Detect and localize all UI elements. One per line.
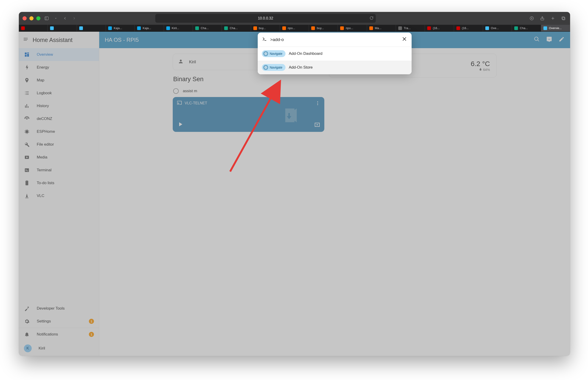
sidebar-item-esphome[interactable]: ESPHome <box>19 125 99 138</box>
sidebar-item-to-do-lists[interactable]: To-do lists <box>19 177 99 190</box>
browser-tab[interactable] <box>48 25 77 31</box>
sidebar-item-label: To-do lists <box>37 181 54 185</box>
sidebar-item-developer-tools[interactable]: Developer Tools <box>19 302 99 315</box>
sidebar-item-user[interactable]: K Kiril <box>19 341 99 356</box>
app-title: Home Assistant <box>33 37 73 43</box>
sidebar-item-energy[interactable]: Energy <box>19 61 99 74</box>
svg-point-12 <box>317 104 318 105</box>
media-player-card[interactable]: VLC-TELNET <box>173 97 324 132</box>
browser-tab[interactable]: Ma... <box>367 25 396 31</box>
browser-tab[interactable]: Tra... <box>396 25 425 31</box>
svg-rect-5 <box>562 17 564 19</box>
person-icon <box>178 59 184 65</box>
humidity-icon <box>479 68 482 72</box>
sidebar-item-logbook[interactable]: Logbook <box>19 87 99 99</box>
globe-icon <box>263 51 268 56</box>
browser-tab[interactable]: про... <box>280 25 309 31</box>
tabs-overview-icon[interactable] <box>560 15 567 21</box>
address-bar[interactable]: 10.0.0.32 <box>155 14 376 23</box>
browser-tab[interactable] <box>77 25 106 31</box>
tab-label: Overvie... <box>549 26 562 30</box>
sidebar-item-media[interactable]: Media <box>19 151 99 164</box>
cone-icon <box>24 193 30 199</box>
map-icon <box>24 77 30 83</box>
sidebar-item-file-editor[interactable]: File editor <box>19 138 99 151</box>
minimize-window-icon[interactable] <box>29 16 34 20</box>
browser-tab[interactable]: Overvie... <box>541 25 570 31</box>
browser-tab[interactable]: buy... <box>251 25 280 31</box>
svg-rect-7 <box>25 130 28 133</box>
sidebar-item-label: Overview <box>37 52 53 57</box>
media-browse-icon[interactable] <box>314 122 320 129</box>
sidebar-item-vlc[interactable]: VLC <box>19 190 99 202</box>
sidebar-item-label: Terminal <box>37 168 51 172</box>
sidebar-item-history[interactable]: History <box>19 99 99 112</box>
window-controls[interactable] <box>22 16 41 20</box>
favicon-icon <box>137 26 141 30</box>
sidebar-header: Home Assistant <box>19 32 99 48</box>
terminal-icon <box>24 167 30 173</box>
navigate-chip: Navigate <box>262 50 286 57</box>
browser-tab[interactable]: (16... <box>454 25 483 31</box>
browser-tab[interactable] <box>19 25 48 31</box>
browser-tab[interactable]: Cha... <box>512 25 541 31</box>
palette-item[interactable]: NavigateAdd-On Store <box>258 60 412 74</box>
download-icon[interactable] <box>529 15 535 21</box>
browser-tab[interactable]: Kiril... <box>164 25 193 31</box>
share-icon[interactable] <box>539 15 545 21</box>
list-icon <box>24 90 30 96</box>
close-window-icon[interactable] <box>22 16 27 20</box>
sidebar-item-overview[interactable]: Overview <box>19 48 99 61</box>
sidebar-toggle-icon[interactable] <box>44 15 50 21</box>
chevron-down-icon[interactable] <box>53 15 59 21</box>
browser-tab[interactable]: про... <box>338 25 367 31</box>
notification-badge: 1 <box>89 332 94 337</box>
play-icon[interactable] <box>177 121 184 129</box>
clipboard-icon <box>24 180 30 186</box>
palette-item[interactable]: NavigateAdd-On Dashboard <box>258 47 412 60</box>
sidebar-item-notifications[interactable]: Notifications 1 <box>19 328 99 341</box>
favicon-icon <box>427 26 431 30</box>
favicon-icon <box>224 26 228 30</box>
sidebar-item-settings[interactable]: Settings1 <box>19 315 99 328</box>
new-tab-icon[interactable] <box>550 15 556 21</box>
browser-tab[interactable]: (16... <box>425 25 454 31</box>
tab-label: Cha... <box>201 26 209 30</box>
close-icon[interactable] <box>402 36 407 43</box>
search-icon[interactable] <box>534 36 540 44</box>
assist-icon[interactable] <box>546 36 552 44</box>
chart-icon <box>24 103 30 109</box>
gear-icon <box>24 319 30 324</box>
sidebar-item-terminal[interactable]: Terminal <box>19 164 99 177</box>
menu-icon[interactable] <box>23 37 28 43</box>
reload-icon[interactable] <box>370 16 374 21</box>
sidebar-item-label: Media <box>37 155 47 160</box>
binary-sensor-row[interactable]: assist m <box>173 85 324 97</box>
favicon-icon <box>195 26 199 30</box>
edit-icon[interactable] <box>559 36 565 44</box>
media-player-name: VLC-TELNET <box>185 101 207 105</box>
browser-tab[interactable]: buy... <box>309 25 338 31</box>
browser-tab[interactable]: Kaja... <box>106 25 135 31</box>
maximize-window-icon[interactable] <box>36 16 41 20</box>
sidebar-item-deconz[interactable]: deCONZ <box>19 112 99 125</box>
browser-tab[interactable]: Cha... <box>222 25 251 31</box>
browser-tab[interactable]: Ove... <box>483 25 512 31</box>
hammer-icon <box>24 306 30 311</box>
bell-icon <box>24 332 30 337</box>
sidebar-item-label: History <box>37 104 49 108</box>
favicon-icon <box>398 26 402 30</box>
nav-back-icon[interactable] <box>62 15 68 21</box>
tab-label: Cha... <box>230 26 238 30</box>
sidebar-item-label: ESPHome <box>37 129 55 134</box>
favicon-icon <box>311 26 315 30</box>
nav-forward-icon[interactable] <box>71 15 77 21</box>
browser-tab[interactable]: Kaja... <box>135 25 164 31</box>
palette-item-label: Add-On Dashboard <box>289 51 322 56</box>
command-palette-input[interactable] <box>270 37 399 42</box>
more-menu-icon[interactable] <box>315 101 320 107</box>
command-palette: NavigateAdd-On DashboardNavigateAdd-On S… <box>258 33 412 74</box>
favicon-icon <box>282 26 286 30</box>
browser-tab[interactable]: Cha... <box>193 25 222 31</box>
sidebar-item-map[interactable]: Map <box>19 74 99 87</box>
